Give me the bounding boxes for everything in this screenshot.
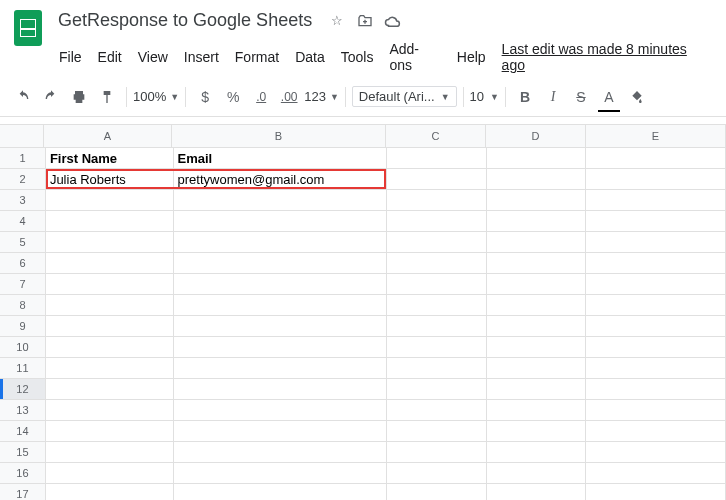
last-edit-link[interactable]: Last edit was made 8 minutes ago xyxy=(495,37,718,77)
cell-C5[interactable] xyxy=(387,232,487,253)
row-header[interactable]: 1 xyxy=(0,148,46,169)
cell-E6[interactable] xyxy=(586,253,726,274)
cell-C6[interactable] xyxy=(387,253,487,274)
menu-insert[interactable]: Insert xyxy=(177,45,226,69)
cell-E4[interactable] xyxy=(586,211,726,232)
cell-B9[interactable] xyxy=(174,316,387,337)
percent-button[interactable]: % xyxy=(220,84,246,110)
cell-C14[interactable] xyxy=(387,421,487,442)
cell-C16[interactable] xyxy=(387,463,487,484)
cell-A5[interactable] xyxy=(46,232,174,253)
cell-C11[interactable] xyxy=(387,358,487,379)
row-header[interactable]: 5 xyxy=(0,232,46,253)
cell-B17[interactable] xyxy=(174,484,387,500)
cell-A4[interactable] xyxy=(46,211,174,232)
row-header[interactable]: 9 xyxy=(0,316,46,337)
row-header[interactable]: 10 xyxy=(0,337,46,358)
cell-A14[interactable] xyxy=(46,421,174,442)
cell-D2[interactable] xyxy=(487,169,587,190)
cell-D13[interactable] xyxy=(487,400,587,421)
select-all-corner[interactable] xyxy=(0,125,44,148)
cell-E7[interactable] xyxy=(586,274,726,295)
row-header[interactable]: 3 xyxy=(0,190,46,211)
menu-help[interactable]: Help xyxy=(450,45,493,69)
cell-D16[interactable] xyxy=(487,463,587,484)
cell-D9[interactable] xyxy=(487,316,587,337)
cell-A8[interactable] xyxy=(46,295,174,316)
italic-button[interactable]: I xyxy=(540,84,566,110)
cell-B6[interactable] xyxy=(174,253,387,274)
cell-A17[interactable] xyxy=(46,484,174,500)
cell-D15[interactable] xyxy=(487,442,587,463)
cell-B14[interactable] xyxy=(174,421,387,442)
cell-E9[interactable] xyxy=(586,316,726,337)
row-header[interactable]: 4 xyxy=(0,211,46,232)
row-header[interactable]: 15 xyxy=(0,442,46,463)
column-header-C[interactable]: C xyxy=(386,125,486,148)
cell-A16[interactable] xyxy=(46,463,174,484)
cell-E1[interactable] xyxy=(586,148,726,169)
cell-C7[interactable] xyxy=(387,274,487,295)
cell-A6[interactable] xyxy=(46,253,174,274)
currency-button[interactable]: $ xyxy=(192,84,218,110)
cell-B2[interactable]: prettywomen@gmail.com xyxy=(174,169,387,190)
cell-B16[interactable] xyxy=(174,463,387,484)
cell-B10[interactable] xyxy=(174,337,387,358)
cell-C1[interactable] xyxy=(387,148,487,169)
cell-A2[interactable]: Julia Roberts xyxy=(46,169,174,190)
row-header[interactable]: 17 xyxy=(0,484,46,500)
sheets-logo[interactable] xyxy=(8,8,48,48)
cell-A9[interactable] xyxy=(46,316,174,337)
column-header-E[interactable]: E xyxy=(586,125,726,148)
column-header-D[interactable]: D xyxy=(486,125,586,148)
cell-A10[interactable] xyxy=(46,337,174,358)
cell-E14[interactable] xyxy=(586,421,726,442)
cell-E11[interactable] xyxy=(586,358,726,379)
strikethrough-button[interactable]: S xyxy=(568,84,594,110)
cell-B12[interactable] xyxy=(174,379,387,400)
cell-C10[interactable] xyxy=(387,337,487,358)
fontsize-select[interactable]: 10▼ xyxy=(470,89,499,104)
cell-B15[interactable] xyxy=(174,442,387,463)
cell-A12[interactable] xyxy=(46,379,174,400)
cell-E5[interactable] xyxy=(586,232,726,253)
cell-D4[interactable] xyxy=(487,211,587,232)
row-header[interactable]: 11 xyxy=(0,358,46,379)
row-header[interactable]: 6 xyxy=(0,253,46,274)
menu-file[interactable]: File xyxy=(52,45,89,69)
cell-C8[interactable] xyxy=(387,295,487,316)
cell-A11[interactable] xyxy=(46,358,174,379)
move-icon[interactable] xyxy=(356,12,374,30)
cell-E3[interactable] xyxy=(586,190,726,211)
cell-A7[interactable] xyxy=(46,274,174,295)
cell-D12[interactable] xyxy=(487,379,587,400)
undo-button[interactable] xyxy=(10,84,36,110)
cell-B3[interactable] xyxy=(174,190,387,211)
cell-E8[interactable] xyxy=(586,295,726,316)
cell-C17[interactable] xyxy=(387,484,487,500)
cell-A15[interactable] xyxy=(46,442,174,463)
cell-B1[interactable]: Email xyxy=(174,148,387,169)
cell-C12[interactable] xyxy=(387,379,487,400)
cell-B11[interactable] xyxy=(174,358,387,379)
cell-C9[interactable] xyxy=(387,316,487,337)
cell-C2[interactable] xyxy=(387,169,487,190)
cell-C4[interactable] xyxy=(387,211,487,232)
number-format-select[interactable]: 123▼ xyxy=(304,89,339,104)
zoom-select[interactable]: 100%▼ xyxy=(133,89,179,104)
cell-D14[interactable] xyxy=(487,421,587,442)
cell-E17[interactable] xyxy=(586,484,726,500)
cell-C13[interactable] xyxy=(387,400,487,421)
decrease-decimal-button[interactable]: .0 xyxy=(248,84,274,110)
cloud-icon[interactable] xyxy=(384,12,402,30)
cell-E13[interactable] xyxy=(586,400,726,421)
menu-format[interactable]: Format xyxy=(228,45,286,69)
cell-E12[interactable] xyxy=(586,379,726,400)
cell-E15[interactable] xyxy=(586,442,726,463)
paint-format-button[interactable] xyxy=(94,84,120,110)
row-header[interactable]: 2 xyxy=(0,169,46,190)
redo-button[interactable] xyxy=(38,84,64,110)
cell-A3[interactable] xyxy=(46,190,174,211)
cell-C15[interactable] xyxy=(387,442,487,463)
cell-B8[interactable] xyxy=(174,295,387,316)
